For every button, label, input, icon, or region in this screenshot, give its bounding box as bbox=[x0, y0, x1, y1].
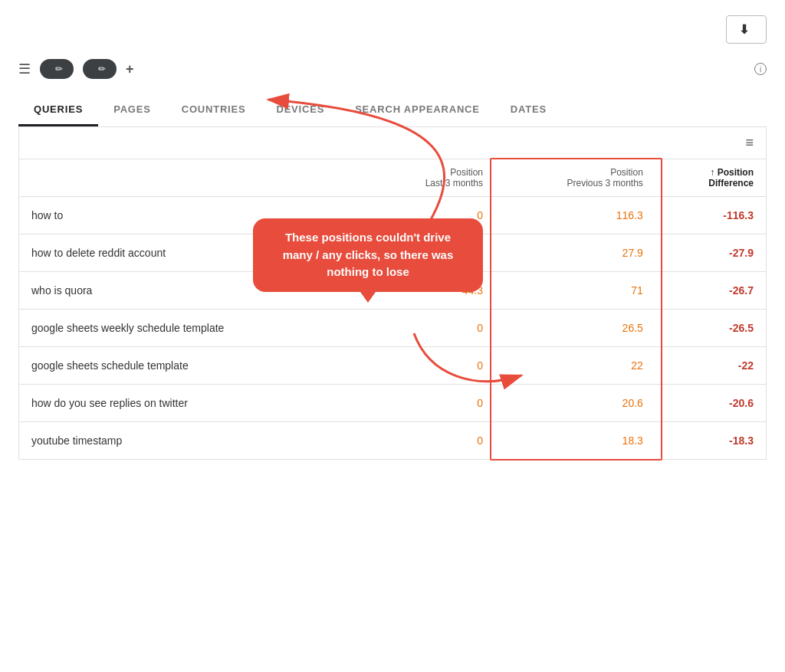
sort-icon[interactable]: ≡ bbox=[745, 135, 754, 151]
table-subheader: ≡ bbox=[19, 127, 766, 159]
table-header-row: PositionLast 3 months PositionPrevious 3… bbox=[19, 159, 766, 197]
pos-last-cell: 0 bbox=[364, 385, 495, 422]
export-button[interactable]: ⬇ bbox=[726, 15, 767, 44]
table-row: google sheets schedule template 0 22 -22 bbox=[19, 347, 766, 385]
col-pos-prev-header: PositionPrevious 3 months bbox=[495, 159, 655, 197]
pos-diff-cell: -26.7 bbox=[655, 272, 766, 310]
pos-diff-cell: -22 bbox=[655, 347, 766, 385]
page-header: ⬇ bbox=[18, 15, 767, 44]
pos-last-cell: 0 bbox=[364, 422, 495, 460]
tab-dates[interactable]: DATES bbox=[495, 94, 562, 126]
tabs: QUERIES PAGES COUNTRIES DEVICES SEARCH A… bbox=[18, 94, 767, 127]
pos-prev-cell: 18.3 bbox=[495, 422, 655, 460]
new-button[interactable]: + bbox=[126, 61, 139, 77]
pos-diff-cell: -116.3 bbox=[655, 197, 766, 234]
col-pos-last-header: PositionLast 3 months bbox=[364, 159, 495, 197]
pos-prev-cell: 20.6 bbox=[495, 385, 655, 422]
pos-last-cell: 0 bbox=[364, 347, 495, 385]
download-icon: ⬇ bbox=[739, 22, 750, 37]
tab-countries[interactable]: COUNTRIES bbox=[166, 94, 261, 126]
pos-prev-cell: 71 bbox=[495, 272, 655, 310]
col-query-header bbox=[19, 159, 364, 197]
date-chip[interactable]: ✏ bbox=[83, 59, 117, 79]
toolbar: ☰ ✏ ✏ + i bbox=[18, 59, 767, 79]
pos-diff-cell: -18.3 bbox=[655, 422, 766, 460]
table-area: ≡ PositionLast 3 months PositionPrevious… bbox=[18, 127, 767, 460]
pos-last-cell: 0 bbox=[364, 310, 495, 347]
tab-devices[interactable]: DEVICES bbox=[261, 94, 340, 126]
filter-icon[interactable]: ☰ bbox=[18, 61, 31, 77]
col-pos-diff-header: ↑ PositionDifference bbox=[655, 159, 766, 197]
sort-up-arrow: ↑ bbox=[710, 167, 717, 178]
pos-diff-cell: -27.9 bbox=[655, 234, 766, 272]
tab-queries[interactable]: QUERIES bbox=[18, 94, 98, 126]
query-cell: how do you see replies on twitter bbox=[19, 385, 364, 422]
table-row: youtube timestamp 0 18.3 -18.3 bbox=[19, 422, 766, 460]
query-cell: youtube timestamp bbox=[19, 422, 364, 460]
last-updated: i bbox=[750, 63, 767, 75]
pos-prev-cell: 27.9 bbox=[495, 234, 655, 272]
pos-prev-cell: 116.3 bbox=[495, 197, 655, 234]
data-table: PositionLast 3 months PositionPrevious 3… bbox=[19, 159, 766, 459]
plus-icon: + bbox=[126, 61, 134, 77]
pos-prev-cell: 22 bbox=[495, 347, 655, 385]
pencil-icon: ✏ bbox=[55, 64, 63, 74]
table-row: how do you see replies on twitter 0 20.6… bbox=[19, 385, 766, 422]
search-type-chip[interactable]: ✏ bbox=[40, 59, 74, 79]
annotation-bubble: These positions couldn't drivemany / any… bbox=[253, 218, 483, 292]
pos-prev-cell: 26.5 bbox=[495, 310, 655, 347]
query-cell: google sheets schedule template bbox=[19, 347, 364, 385]
query-cell: google sheets weekly schedule template bbox=[19, 310, 364, 347]
pos-diff-cell: -20.6 bbox=[655, 385, 766, 422]
pencil-icon-date: ✏ bbox=[98, 64, 106, 74]
tab-pages[interactable]: PAGES bbox=[98, 94, 166, 126]
pos-diff-cell: -26.5 bbox=[655, 310, 766, 347]
table-row: google sheets weekly schedule template 0… bbox=[19, 310, 766, 347]
info-icon[interactable]: i bbox=[754, 63, 767, 75]
tab-search-appearance[interactable]: SEARCH APPEARANCE bbox=[340, 94, 495, 126]
